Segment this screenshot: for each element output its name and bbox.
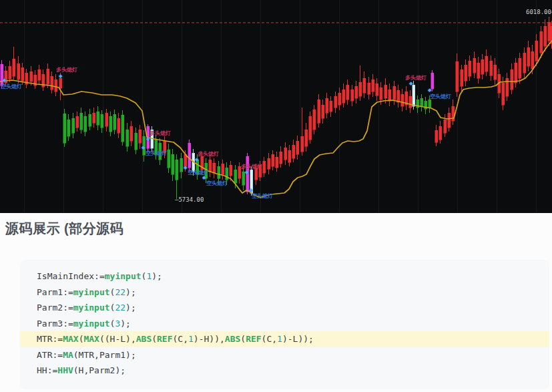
signal-label-bear: 空头熄灯 [146, 150, 167, 156]
candle [218, 166, 220, 178]
code-token-text: )-H)), [194, 334, 225, 344]
code-token-text: Parm3:= [37, 319, 73, 329]
candle [84, 116, 87, 132]
candle [105, 113, 108, 126]
candle [456, 61, 459, 91]
signal-lamp-icon: ◆ [202, 175, 206, 180]
code-token-number: 22 [115, 287, 125, 297]
candle [80, 113, 83, 130]
price-label: —5734.00 [175, 196, 204, 203]
signal-label-bull: 多头熄灯 [150, 130, 171, 136]
candle [531, 51, 534, 69]
candle [409, 96, 412, 108]
signal-lamp-icon: ◆ [249, 188, 252, 192]
candle [346, 85, 349, 100]
candle [47, 69, 49, 84]
candle [109, 116, 112, 132]
code-line: Parm1:=myinput(22); [20, 284, 549, 301]
source-section: 源码展示 (部分源码 IsMainIndex:=myinput(1);Parm1… [0, 213, 552, 392]
candle [535, 41, 538, 61]
candle [494, 65, 497, 79]
candle [292, 145, 295, 158]
code-line: Parm2:=myinput(22); [20, 300, 549, 316]
candle [429, 100, 431, 108]
code-token-function: REF [157, 334, 172, 344]
candle [268, 158, 270, 169]
candle [51, 76, 53, 89]
candle [242, 172, 245, 185]
candle [397, 90, 400, 102]
candle [93, 113, 95, 123]
code-line: IsMainIndex:=myinput(1); [20, 268, 549, 284]
code-token-text: ); [125, 303, 136, 313]
candle [139, 130, 142, 143]
code-token-text: (C, [262, 334, 277, 344]
code-token-function: REF [246, 334, 261, 344]
candle [421, 98, 423, 106]
signal-label-bear: 空头熄灯 [252, 193, 273, 199]
candle [238, 166, 241, 178]
signal-label-bull: 多头熄灯 [241, 164, 262, 170]
candle [113, 114, 116, 130]
candle [313, 110, 316, 130]
candle [376, 83, 378, 95]
candle [263, 161, 266, 173]
candle [63, 114, 66, 143]
candle [519, 58, 521, 78]
code-token-text: (H,Parm2); [73, 365, 125, 375]
candle [76, 116, 79, 128]
code-token-text: )-L)); [282, 334, 314, 344]
candle [130, 126, 133, 141]
candle [67, 120, 70, 136]
code-token-text: ( [152, 334, 157, 344]
code-line: Parm3:=myinput(3); [20, 316, 549, 332]
candle [55, 79, 57, 91]
candle [280, 152, 282, 164]
candle [330, 101, 332, 112]
candle [288, 150, 291, 162]
candle [388, 89, 391, 101]
candle [230, 165, 232, 176]
candle [523, 53, 526, 73]
signal-label-bull: 多头熄灯 [405, 75, 427, 81]
chart-canvas [0, 0, 552, 213]
code-token-function: HHV [57, 365, 73, 375]
candle [135, 133, 137, 150]
candle [209, 160, 212, 172]
candle [89, 114, 91, 126]
code-token-function: MA [63, 350, 73, 360]
candle [296, 141, 299, 154]
candle [477, 63, 480, 78]
candle [527, 47, 530, 66]
code-token-number: 22 [115, 303, 125, 313]
candle [101, 114, 103, 128]
candle [176, 160, 178, 180]
code-token-function: MAX [63, 334, 78, 344]
code-token-text: ); [152, 271, 162, 281]
signal-lamp-icon: ◆ [195, 157, 198, 162]
candle [490, 61, 493, 75]
code-token-function: myinput [105, 271, 142, 281]
candle [380, 87, 382, 100]
candle [213, 163, 216, 173]
signal-lamp-icon: ◆ [142, 145, 145, 150]
code-token-text: IsMainIndex:= [37, 271, 105, 281]
candle [401, 94, 404, 106]
code-token-text: ((H-L), [99, 334, 136, 344]
code-line-highlighted: MTR:=MAX(MAX((H-L),ABS(REF(C,1)-H)),ABS(… [20, 331, 549, 347]
candle [126, 130, 129, 146]
candle [368, 83, 370, 94]
candle [506, 78, 509, 96]
candle [13, 59, 15, 76]
candle [305, 130, 308, 146]
candle [21, 67, 24, 81]
signal-lamp-icon: ◆ [146, 136, 150, 141]
candle [17, 63, 20, 79]
candlestick-chart[interactable]: 6018.00——5734.00空头熄灯◆多头熄灯◆多头熄灯◆空头熄灯◆多头熄灯… [0, 0, 552, 213]
candle [222, 164, 224, 174]
code-line: HH:=HHV(H,Parm2); [20, 363, 549, 379]
candle [485, 56, 488, 71]
candle [188, 143, 191, 168]
code-token-text: MTR:= [37, 334, 63, 344]
candle [276, 157, 278, 168]
